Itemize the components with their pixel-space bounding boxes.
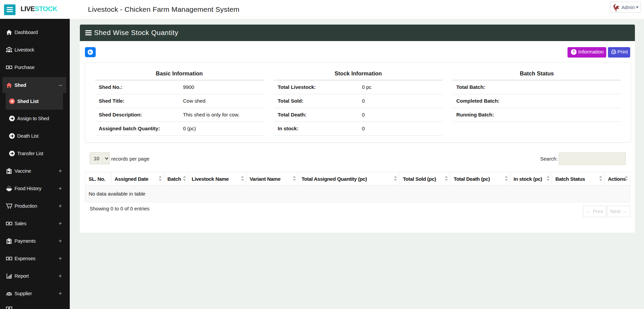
svg-text:?: ? (573, 50, 575, 54)
